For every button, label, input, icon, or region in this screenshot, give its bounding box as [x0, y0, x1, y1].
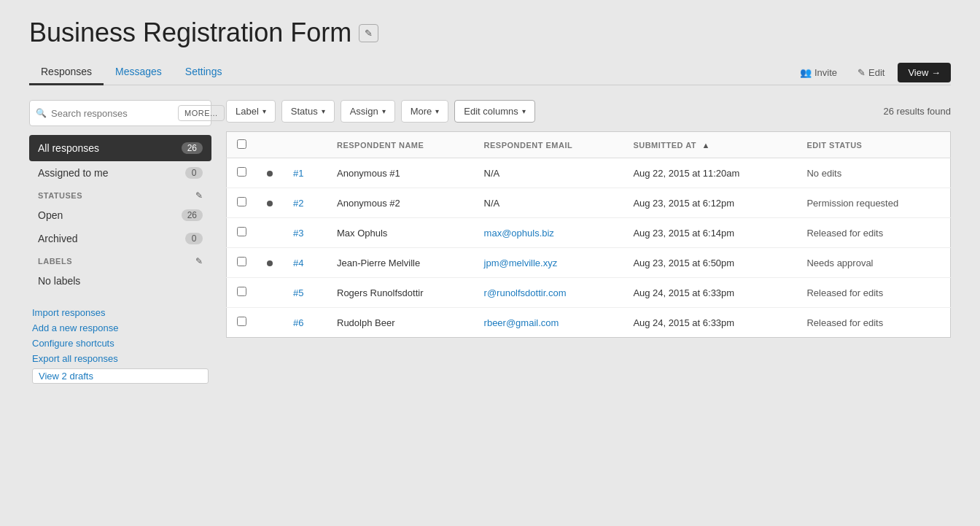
import-responses-link[interactable]: Import responses — [32, 307, 209, 318]
submitted-at: Aug 23, 2015 at 6:14pm — [633, 228, 734, 239]
edit-columns-button[interactable]: Edit columns ▾ — [454, 100, 534, 123]
label-caret-icon: ▾ — [262, 107, 266, 115]
respondent-email: N/A — [484, 198, 500, 209]
response-id-link[interactable]: #4 — [293, 258, 303, 268]
status-dot-icon — [267, 171, 273, 177]
response-id-link[interactable]: #2 — [293, 198, 303, 209]
status-dot-icon — [267, 260, 273, 266]
response-id-cell: #4 — [283, 248, 327, 278]
submitted-at-header[interactable]: SUBMITTED AT ▲ — [623, 132, 796, 158]
respondent-name-cell: Rogers Runolfsdottir — [327, 278, 474, 308]
respondent-name: Max Ophuls — [337, 228, 387, 239]
respondent-email-link[interactable]: rbeer@gmail.com — [484, 317, 559, 328]
statuses-section-header: STATUSES ✎ — [29, 185, 211, 204]
edit-status: Released for edits — [806, 287, 883, 298]
sidebar-item-assigned-to-me[interactable]: Assigned to me 0 — [29, 161, 211, 185]
respondent-email-cell: max@ophuls.biz — [474, 218, 623, 248]
status-dot-cell — [257, 188, 283, 218]
table-row: #3 Max Ophuls max@ophuls.biz Aug 23, 201… — [227, 218, 951, 248]
more-filters-button[interactable]: MORE... — [178, 105, 225, 121]
select-all-checkbox[interactable] — [237, 139, 246, 149]
respondent-email-link[interactable]: r@runolfsdottir.com — [484, 287, 567, 298]
status-dot-header — [257, 132, 283, 158]
edit-status-cell: Permission requested — [796, 188, 950, 218]
row-checkbox[interactable] — [237, 197, 246, 206]
edit-columns-label: Edit columns — [464, 106, 518, 117]
table-row: #1 Anonymous #1 N/A Aug 22, 2015 at 11:2… — [227, 158, 951, 188]
assigned-to-me-badge: 0 — [185, 167, 203, 179]
more-filter-button[interactable]: More ▾ — [401, 100, 449, 123]
edit-button[interactable]: ✎ Edit — [850, 63, 892, 82]
edit-status: Released for edits — [806, 228, 883, 239]
submitted-at: Aug 24, 2015 at 6:33pm — [633, 287, 734, 298]
status-dot-cell — [257, 248, 283, 278]
edit-columns-caret-icon: ▾ — [522, 107, 526, 115]
response-id-cell: #3 — [283, 218, 327, 248]
export-all-responses-link[interactable]: Export all responses — [32, 353, 209, 364]
row-checkbox[interactable] — [237, 257, 246, 266]
add-new-response-link[interactable]: Add a new response — [32, 322, 209, 333]
label-filter-label: Label — [236, 106, 259, 117]
response-id-cell: #5 — [283, 278, 327, 308]
configure-shortcuts-link[interactable]: Configure shortcuts — [32, 338, 209, 349]
tab-responses[interactable]: Responses — [29, 60, 104, 85]
row-checkbox[interactable] — [237, 317, 246, 326]
search-box[interactable]: 🔍 MORE... — [29, 100, 211, 126]
response-id-cell: #1 — [283, 158, 327, 188]
view-button[interactable]: View → — [898, 63, 951, 82]
row-checkbox[interactable] — [237, 227, 246, 236]
status-dot-cell — [257, 158, 283, 188]
edit-status-cell: Released for edits — [796, 278, 950, 308]
respondent-name-header[interactable]: RESPONDENT NAME — [327, 132, 474, 158]
all-responses-label: All responses — [38, 142, 99, 154]
response-id-link[interactable]: #5 — [293, 287, 303, 298]
respondent-email-cell: N/A — [474, 158, 623, 188]
sidebar: 🔍 MORE... All responses 26 Assigned to m… — [29, 100, 211, 388]
response-id-link[interactable]: #1 — [293, 168, 303, 179]
sidebar-item-archived[interactable]: Archived 0 — [29, 227, 211, 250]
submitted-at-cell: Aug 23, 2015 at 6:14pm — [623, 218, 796, 248]
edit-title-button[interactable]: ✎ — [359, 24, 378, 42]
assign-caret-icon: ▾ — [382, 107, 386, 115]
row-checkbox-cell — [227, 248, 257, 278]
label-filter-button[interactable]: Label ▾ — [226, 100, 276, 123]
row-checkbox-cell — [227, 188, 257, 218]
labels-edit-button[interactable]: ✎ — [195, 256, 203, 266]
respondent-email-link[interactable]: max@ophuls.biz — [484, 228, 554, 239]
invite-button[interactable]: 👥 Invite — [793, 63, 844, 82]
select-all-header — [227, 132, 257, 158]
sidebar-item-no-labels[interactable]: No labels — [29, 269, 211, 293]
respondent-email-link[interactable]: jpm@melville.xyz — [484, 258, 558, 268]
respondent-email-header[interactable]: RESPONDENT EMAIL — [474, 132, 623, 158]
response-id-cell: #6 — [283, 308, 327, 338]
more-filter-label: More — [411, 106, 432, 117]
submitted-at: Aug 23, 2015 at 6:12pm — [633, 198, 734, 209]
table-row: #2 Anonymous #2 N/A Aug 23, 2015 at 6:12… — [227, 188, 951, 218]
response-id-link[interactable]: #3 — [293, 228, 303, 239]
open-badge: 26 — [182, 209, 203, 221]
statuses-edit-button[interactable]: ✎ — [195, 190, 203, 201]
view-label: View → — [908, 67, 941, 78]
assigned-to-me-label: Assigned to me — [38, 167, 109, 179]
edit-status: Needs approval — [806, 258, 873, 268]
assign-filter-button[interactable]: Assign ▾ — [341, 100, 395, 123]
view-drafts-link[interactable]: View 2 drafts — [32, 368, 209, 384]
sidebar-item-all-responses[interactable]: All responses 26 — [29, 135, 211, 161]
row-checkbox[interactable] — [237, 167, 246, 177]
tab-messages[interactable]: Messages — [104, 60, 174, 85]
row-checkbox[interactable] — [237, 287, 246, 296]
results-count: 26 results found — [883, 106, 951, 117]
response-id-link[interactable]: #6 — [293, 317, 303, 328]
search-input[interactable] — [51, 108, 174, 119]
status-filter-button[interactable]: Status ▾ — [281, 100, 335, 123]
sidebar-item-open[interactable]: Open 26 — [29, 204, 211, 227]
tab-settings[interactable]: Settings — [174, 60, 234, 85]
edit-status-cell: Released for edits — [796, 308, 950, 338]
submitted-at: Aug 22, 2015 at 11:20am — [633, 168, 739, 179]
table-body: #1 Anonymous #1 N/A Aug 22, 2015 at 11:2… — [227, 158, 951, 338]
row-checkbox-cell — [227, 278, 257, 308]
table-row: #6 Rudolph Beer rbeer@gmail.com Aug 24, … — [227, 308, 951, 338]
search-icon: 🔍 — [36, 108, 47, 118]
no-labels-label: No labels — [38, 275, 80, 287]
archived-badge: 0 — [185, 233, 203, 244]
